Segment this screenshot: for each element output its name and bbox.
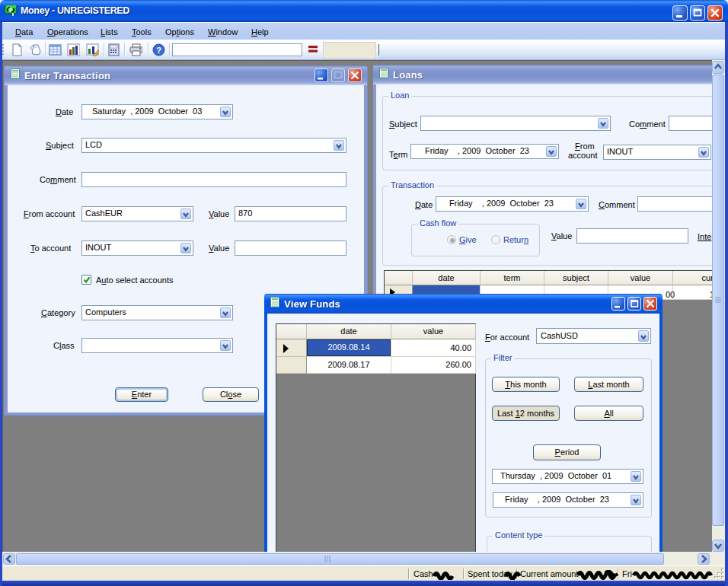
svg-text:?: ?: [156, 46, 161, 55]
